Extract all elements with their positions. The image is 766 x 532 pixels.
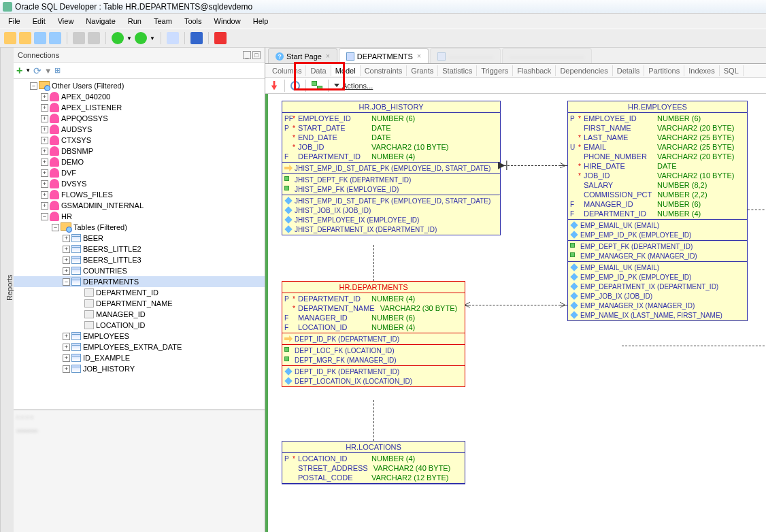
tree-table-departments[interactable]: DEPARTMENTS xyxy=(83,278,139,286)
open-icon[interactable] xyxy=(19,32,31,44)
subtab-dependencies[interactable]: Dependencies xyxy=(556,65,612,76)
menu-run[interactable]: Run xyxy=(122,16,147,27)
new-icon[interactable] xyxy=(4,32,16,44)
tree-other-users[interactable]: Other Users (Filtered) xyxy=(52,82,124,90)
tree-tables[interactable]: Tables (Filtered) xyxy=(73,223,127,231)
expand-icon[interactable] xyxy=(63,365,70,373)
expand-icon[interactable] xyxy=(41,93,48,101)
back-icon[interactable] xyxy=(112,32,124,44)
menu-tools[interactable]: Tools xyxy=(179,16,207,27)
menu-file[interactable]: File xyxy=(3,16,26,27)
subtab-flashback[interactable]: Flashback xyxy=(513,65,556,76)
redo-icon[interactable] xyxy=(88,32,100,44)
subtab-details[interactable]: Details xyxy=(613,65,645,76)
connections-tree[interactable]: Other Users (Filtered) APEX_040200APEX_L… xyxy=(14,79,265,410)
tree-user[interactable]: APEX_040200 xyxy=(61,93,110,101)
subtab-sql[interactable]: SQL xyxy=(720,65,744,76)
subtab-partitions[interactable]: Partitions xyxy=(644,65,684,76)
tree-user[interactable]: DVF xyxy=(61,169,76,177)
reports-side-tab[interactable]: Reports xyxy=(0,48,14,532)
subtab-triggers[interactable]: Triggers xyxy=(477,65,513,76)
tree-user[interactable]: DVSYS xyxy=(61,180,86,188)
close-icon[interactable]: × xyxy=(417,52,421,60)
tree-table[interactable]: BEER xyxy=(83,234,103,242)
tree-user-hr[interactable]: HR xyxy=(61,212,72,220)
restore-icon[interactable]: □ xyxy=(252,51,261,59)
entity-departments[interactable]: HR.DEPARTMENTSP*DEPARTMENT_IDNUMBER (4)*… xyxy=(282,281,465,387)
expand-icon[interactable] xyxy=(41,159,48,166)
expand-icon[interactable] xyxy=(63,344,70,351)
expand-icon[interactable] xyxy=(63,354,70,362)
tree-table[interactable]: BEERS_LITTLE3 xyxy=(83,256,141,264)
subtab-constraints[interactable]: Constraints xyxy=(361,65,407,76)
tree-user[interactable]: APEX_LISTENER xyxy=(61,103,122,112)
forward-icon[interactable] xyxy=(135,32,147,44)
expand-icon[interactable] xyxy=(63,267,70,275)
undo-icon[interactable] xyxy=(73,32,85,44)
expand-icon[interactable] xyxy=(63,235,70,242)
model-canvas[interactable]: HR.JOB_HISTORYPF*EMPLOYEE_IDNUMBER (6)P*… xyxy=(265,94,766,532)
tree-table[interactable]: EMPLOYEES_EXTRA_DATE xyxy=(83,343,182,351)
entity-locations[interactable]: HR.LOCATIONSP*LOCATION_IDNUMBER (4)STREE… xyxy=(282,441,465,484)
tree-table[interactable]: JOB_HISTORY xyxy=(83,365,135,373)
expand-icon[interactable] xyxy=(41,115,48,122)
expand-icon[interactable] xyxy=(63,278,70,286)
tree-user[interactable]: AUDSYS xyxy=(61,125,92,133)
menu-navigate[interactable]: Navigate xyxy=(80,16,120,27)
expand-icon[interactable] xyxy=(41,202,48,210)
tree-user[interactable]: APPQOSSYS xyxy=(61,114,107,122)
tree-column[interactable]: LOCATION_ID xyxy=(96,321,146,329)
menu-view[interactable]: View xyxy=(52,16,80,27)
expand-icon[interactable] xyxy=(41,126,48,133)
tree-table[interactable]: ID_EXAMPLE xyxy=(83,354,130,362)
expand-icon[interactable] xyxy=(41,180,48,188)
entity-employees[interactable]: HR.EMPLOYEESP*EMPLOYEE_IDNUMBER (6)FIRST… xyxy=(567,101,748,321)
find-icon[interactable] xyxy=(190,32,203,44)
expand-icon[interactable] xyxy=(41,137,48,144)
close-icon[interactable]: × xyxy=(326,52,330,60)
save-icon[interactable] xyxy=(34,32,46,44)
tab-start-page[interactable]: ?Start Page× xyxy=(268,48,337,63)
subtab-indexes[interactable]: Indexes xyxy=(684,65,720,76)
expand-icon[interactable] xyxy=(41,191,48,199)
expand-icon[interactable] xyxy=(63,333,70,340)
expand-icon[interactable] xyxy=(63,246,70,253)
subtab-grants[interactable]: Grants xyxy=(407,65,438,76)
menu-help[interactable]: Help xyxy=(248,16,274,27)
tree-column[interactable]: DEPARTMENT_NAME xyxy=(96,299,173,307)
expand-icon[interactable] xyxy=(41,104,48,112)
tab-departments[interactable]: DEPARTMENTS× xyxy=(339,48,429,63)
expand-icon[interactable] xyxy=(30,82,37,90)
pin-icon[interactable] xyxy=(269,81,279,90)
tree-user[interactable]: DEMO xyxy=(61,158,84,166)
save-all-icon[interactable] xyxy=(49,32,61,44)
tab-faded[interactable]: —————————— xyxy=(502,48,592,63)
tree-user[interactable]: CTXSYS xyxy=(61,136,91,144)
tree-user[interactable]: FLOWS_FILES xyxy=(61,190,113,199)
tree-column[interactable]: DEPARTMENT_ID xyxy=(96,288,159,297)
tree-user[interactable]: DBSNMP xyxy=(61,147,93,155)
menu-window[interactable]: Window xyxy=(209,16,246,27)
stop-icon[interactable] xyxy=(214,32,227,44)
expand-icon[interactable] xyxy=(41,169,48,177)
tns-icon[interactable]: ⊞ xyxy=(54,66,61,75)
new-connection-icon[interactable]: + xyxy=(16,65,22,77)
menu-edit[interactable]: Edit xyxy=(27,16,51,27)
sql-icon[interactable] xyxy=(167,32,179,44)
tree-table[interactable]: COUNTRIES xyxy=(83,267,127,275)
expand-icon[interactable] xyxy=(41,213,48,220)
tree-table[interactable]: EMPLOYEES xyxy=(83,332,129,340)
expand-icon[interactable] xyxy=(41,148,48,155)
minimize-icon[interactable]: _ xyxy=(243,51,251,59)
menu-team[interactable]: Team xyxy=(148,16,178,27)
tab-faded[interactable]: —————— xyxy=(430,48,501,63)
refresh-icon[interactable]: ⟳ xyxy=(33,65,41,76)
actions-link[interactable]: Actions... xyxy=(342,82,373,90)
expand-icon[interactable] xyxy=(63,256,70,264)
subtab-statistics[interactable]: Statistics xyxy=(438,65,477,76)
entity-job-history[interactable]: HR.JOB_HISTORYPF*EMPLOYEE_IDNUMBER (6)P*… xyxy=(282,101,501,235)
tree-table[interactable]: BEERS_LITTLE2 xyxy=(83,245,141,253)
tree-column[interactable]: MANAGER_ID xyxy=(96,310,146,318)
tree-user[interactable]: GSMADMIN_INTERNAL xyxy=(61,201,144,210)
expand-icon[interactable] xyxy=(52,224,59,231)
